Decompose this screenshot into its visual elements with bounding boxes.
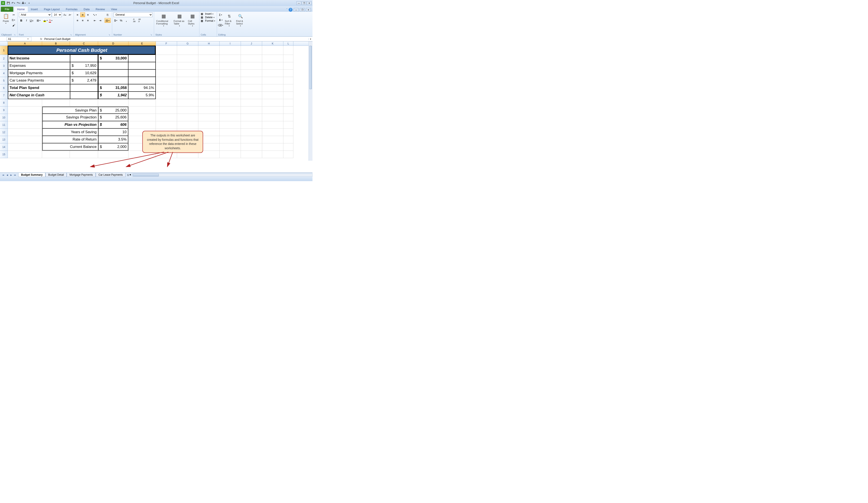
cell[interactable] [198, 70, 220, 77]
cell-a4[interactable]: Mortgage Payments [8, 70, 70, 77]
fill-color-button[interactable]: ⬙▾ [43, 18, 48, 23]
cell[interactable] [241, 46, 262, 55]
cell-a2[interactable]: Net Income [8, 55, 70, 62]
align-bottom-icon[interactable]: ≡ [85, 12, 90, 17]
cell[interactable] [283, 121, 293, 129]
select-all-button[interactable] [0, 41, 8, 45]
cell-d3[interactable] [98, 62, 128, 70]
cell-b10[interactable]: Savings Projection [42, 114, 98, 121]
cell[interactable] [283, 151, 293, 158]
cell[interactable] [262, 151, 283, 158]
sheet-tab-budget-detail[interactable]: Budget Detail [45, 173, 66, 177]
cell-a9[interactable] [8, 106, 42, 114]
cell-a5[interactable]: Car Lease Payments [8, 77, 70, 84]
cell[interactable] [198, 46, 220, 55]
sheet-nav-first-icon[interactable]: ⏮ [1, 173, 5, 177]
row-header-7[interactable]: 7 [0, 92, 8, 99]
cell-a3[interactable]: Expenses [8, 62, 70, 70]
cell[interactable] [177, 77, 198, 84]
merge-center-button[interactable]: ⊟▾ [105, 18, 111, 23]
cell[interactable] [220, 55, 241, 62]
row-header-2[interactable]: 2 [0, 55, 8, 62]
doc-restore-button[interactable]: ❐ [300, 8, 305, 11]
copy-icon[interactable]: ⎘▾ [11, 18, 16, 22]
bold-button[interactable]: B [19, 18, 24, 23]
format-painter-icon[interactable]: 🖌 [11, 23, 16, 28]
cell[interactable] [177, 92, 198, 99]
cell-d12[interactable]: 10 [98, 129, 128, 136]
cell-b9[interactable]: Savings Plan [42, 106, 98, 114]
cell[interactable] [177, 121, 198, 129]
cell[interactable] [156, 77, 177, 84]
cell[interactable] [220, 129, 241, 136]
cell-e7[interactable]: 5.9% [128, 92, 156, 99]
cell-e5[interactable] [128, 77, 156, 84]
sheet-nav-prev-icon[interactable]: ◀ [5, 173, 9, 177]
cell[interactable] [241, 92, 262, 99]
number-launcher[interactable]: ↘ [150, 34, 153, 36]
cell[interactable] [262, 62, 283, 70]
cell[interactable] [177, 84, 198, 92]
h-scroll-thumb[interactable] [133, 174, 159, 176]
save-icon[interactable]: 💾 [6, 1, 10, 5]
cell[interactable] [262, 92, 283, 99]
cells[interactable]: Personal Cash BudgetNet Income$33,000Exp… [8, 46, 312, 158]
cell[interactable] [198, 77, 220, 84]
cell[interactable] [241, 99, 262, 106]
cell[interactable] [262, 46, 283, 55]
cell[interactable] [198, 62, 220, 70]
cell[interactable] [156, 114, 177, 121]
vertical-scrollbar[interactable] [309, 41, 312, 161]
cell[interactable] [8, 136, 42, 143]
delete-cells-button[interactable]: ▦Delete ▾ [201, 16, 216, 19]
cell[interactable] [283, 99, 293, 106]
cell[interactable] [156, 121, 177, 129]
sheet-nav-next-icon[interactable]: ▶ [9, 173, 13, 177]
cell[interactable] [70, 99, 98, 106]
cell[interactable] [198, 92, 220, 99]
cell[interactable] [70, 151, 98, 158]
cell[interactable] [156, 84, 177, 92]
cell-a7[interactable]: Net Change in Cash [8, 92, 70, 99]
cell-c6[interactable] [70, 84, 98, 92]
cell[interactable] [241, 136, 262, 143]
cell-d14[interactable]: $2,000 [98, 143, 128, 151]
cell[interactable] [177, 99, 198, 106]
cell[interactable] [220, 62, 241, 70]
italic-button[interactable]: I [24, 18, 29, 23]
cell[interactable] [220, 70, 241, 77]
file-tab[interactable]: File [1, 7, 13, 12]
cell-c7[interactable] [70, 92, 98, 99]
cell[interactable] [241, 70, 262, 77]
cell[interactable] [156, 46, 177, 55]
cell[interactable] [128, 114, 156, 121]
conditional-formatting-button[interactable]: ▦ Conditional Formatting▾ [155, 12, 172, 33]
row-header-15[interactable]: 15 [0, 151, 8, 158]
cell[interactable] [177, 114, 198, 121]
cell-a11[interactable] [8, 121, 42, 129]
cell-d6[interactable]: $31,058 [98, 84, 128, 92]
insert-cells-button[interactable]: ▦Insert ▾ [201, 12, 216, 15]
cell[interactable] [283, 70, 293, 77]
cell[interactable] [156, 55, 177, 62]
cell[interactable] [156, 62, 177, 70]
cell[interactable] [220, 121, 241, 129]
cell[interactable] [8, 151, 42, 158]
print-icon[interactable]: 🖶▾ [22, 1, 26, 5]
maximize-button[interactable]: ❐ [302, 1, 307, 5]
cut-icon[interactable]: ✂ [11, 12, 16, 17]
col-header-J[interactable]: J [241, 41, 262, 45]
col-header-G[interactable]: G [177, 41, 198, 45]
cell[interactable] [241, 143, 262, 151]
cell[interactable] [220, 84, 241, 92]
row-header-4[interactable]: 4 [0, 70, 8, 77]
cell[interactable] [8, 129, 42, 136]
qat-customize-icon[interactable]: ▾ [27, 1, 31, 5]
cell[interactable] [220, 77, 241, 84]
fill-button[interactable]: ⬇▾ [218, 18, 223, 22]
col-header-F[interactable]: F [156, 41, 177, 45]
cell[interactable] [283, 92, 293, 99]
cell[interactable] [262, 77, 283, 84]
cell[interactable] [241, 151, 262, 158]
horizontal-scrollbar[interactable]: ◀ [132, 173, 312, 177]
